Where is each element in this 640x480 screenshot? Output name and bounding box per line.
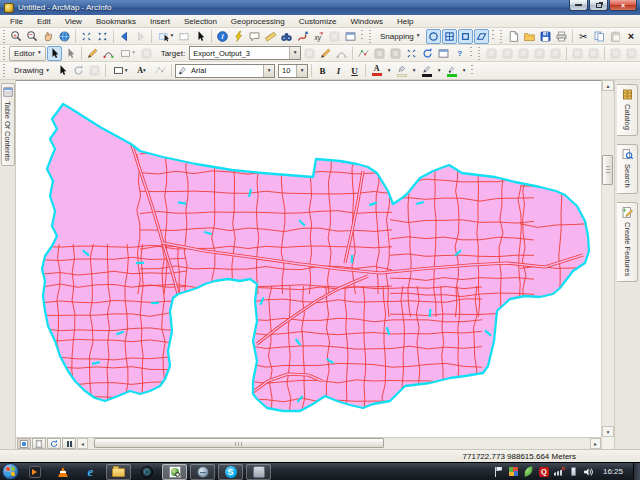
close-button[interactable]: × [609, 0, 637, 11]
topology-tool[interactable] [532, 46, 547, 61]
topology-tool[interactable] [570, 46, 585, 61]
edit-vertices-tool[interactable] [356, 46, 371, 61]
measure-tool[interactable] [263, 29, 278, 44]
toolbar-grip[interactable] [369, 30, 371, 43]
fill-color-dropdown[interactable]: ▾ [410, 63, 418, 78]
menu-customize[interactable]: Customize [292, 17, 344, 26]
full-extent-button[interactable] [57, 29, 72, 44]
vscroll-up-button[interactable]: ▲ [602, 80, 614, 91]
line-color-button[interactable] [419, 63, 434, 78]
copy-button[interactable] [592, 29, 607, 44]
target-dropdown-button[interactable]: ▾ [289, 47, 300, 59]
endpoint-arc-tool[interactable] [101, 46, 116, 61]
sketch-properties-button[interactable]: ? [452, 46, 467, 61]
menu-bookmarks[interactable]: Bookmarks [89, 17, 143, 26]
snap-vertex-toggle[interactable] [458, 29, 473, 44]
pan-tool[interactable] [41, 29, 56, 44]
marker-color-button[interactable] [444, 63, 459, 78]
refresh-view-button[interactable] [47, 438, 61, 449]
zoom-to-selected-button[interactable] [87, 63, 102, 78]
font-dropdown-button[interactable]: ▾ [263, 65, 274, 77]
layout-view-button[interactable] [32, 438, 46, 449]
start-button[interactable] [2, 463, 19, 480]
taskbar-clock[interactable]: 16:25 [603, 467, 623, 476]
taskbar-google-earth[interactable] [190, 464, 215, 480]
taskbar-vlc[interactable] [50, 464, 75, 480]
menu-file[interactable]: File [3, 17, 30, 26]
action-center-flag-icon[interactable] [494, 467, 504, 477]
vertical-scrollbar[interactable]: ▲ ▼ [601, 80, 614, 449]
delete-button[interactable]: × [624, 29, 639, 44]
bold-button[interactable]: B [315, 63, 330, 78]
zoom-out-tool[interactable] [25, 29, 40, 44]
taskbar-arcmap[interactable] [162, 464, 187, 480]
show-desktop-button[interactable] [633, 463, 640, 480]
next-extent-button[interactable] [133, 29, 148, 44]
underline-button[interactable]: U [347, 63, 362, 78]
move-tool[interactable] [404, 46, 419, 61]
data-view-button[interactable] [17, 438, 31, 449]
trace-tool[interactable] [139, 46, 154, 61]
vscroll-down-button[interactable]: ▼ [602, 426, 614, 437]
tab-search[interactable]: Search [617, 144, 638, 194]
tab-table-of-contents[interactable]: Table Of Contents [1, 83, 15, 166]
volume-icon[interactable] [584, 467, 594, 477]
construction-tools-dropdown[interactable]: ▾ [117, 46, 138, 61]
quicktime-icon[interactable]: Q [539, 467, 549, 477]
cut-button[interactable]: ✂ [576, 29, 591, 44]
snap-end-toggle[interactable] [442, 29, 457, 44]
topology-tool[interactable] [624, 46, 639, 61]
italic-button[interactable]: I [331, 63, 346, 78]
new-text-tool[interactable]: A▾ [131, 63, 152, 78]
taskbar-media-player[interactable] [22, 464, 47, 480]
rotate-element-tool[interactable] [71, 63, 86, 78]
straight-segment-tool[interactable] [85, 46, 100, 61]
safely-remove-hardware-icon[interactable] [569, 467, 579, 477]
toolbar-grip[interactable] [478, 47, 480, 60]
menu-view[interactable]: View [58, 17, 89, 26]
font-color-button[interactable]: A [369, 63, 384, 78]
menu-edit[interactable]: Edit [30, 17, 58, 26]
edit-vertices-tool[interactable] [153, 63, 168, 78]
power-leaf-icon[interactable] [524, 467, 534, 477]
snap-legacy-button[interactable] [302, 46, 317, 61]
restore-button[interactable] [589, 0, 608, 11]
tab-catalog[interactable]: Catalog [617, 84, 638, 136]
new-map-button[interactable] [506, 29, 521, 44]
hscroll-left-button[interactable]: ◄ [77, 438, 88, 449]
viewer-window-button[interactable] [343, 29, 358, 44]
line-color-dropdown[interactable]: ▾ [435, 63, 443, 78]
editor-menu-button[interactable]: Editor▾ [9, 46, 46, 61]
previous-extent-button[interactable] [117, 29, 132, 44]
horizontal-scrollbar[interactable] [88, 438, 590, 449]
hscroll-thumb[interactable] [94, 438, 384, 448]
marker-color-dropdown[interactable]: ▾ [460, 63, 468, 78]
toolbar-overflow[interactable] [470, 47, 472, 59]
split-tool[interactable] [388, 46, 403, 61]
open-map-button[interactable] [522, 29, 537, 44]
select-elements-tool[interactable] [193, 29, 208, 44]
rotate-feature-tool[interactable] [420, 46, 435, 61]
taskbar-internet-explorer[interactable]: e [78, 464, 103, 480]
minimize-button[interactable] [569, 0, 588, 11]
reshape-feature-tool[interactable] [372, 46, 387, 61]
paste-button[interactable] [608, 29, 623, 44]
new-rectangle-tool[interactable]: ▾ [109, 63, 130, 78]
midpoint-tool[interactable] [334, 46, 349, 61]
toolbar-grip[interactable] [3, 64, 5, 77]
topology-tool[interactable] [548, 46, 563, 61]
menu-selection[interactable]: Selection [177, 17, 224, 26]
graphics-utility-icon[interactable] [509, 467, 519, 477]
snap-edge-toggle[interactable] [474, 29, 489, 44]
taskbar-globe-app[interactable] [134, 464, 159, 480]
snap-point-toggle[interactable] [426, 29, 441, 44]
time-slider-button[interactable] [327, 29, 342, 44]
drawing-menu-button[interactable]: Drawing▾ [9, 63, 54, 78]
map-canvas[interactable] [16, 80, 601, 437]
font-color-dropdown[interactable]: ▾ [385, 63, 393, 78]
zoom-in-tool[interactable] [9, 29, 24, 44]
menu-insert[interactable]: Insert [143, 17, 177, 26]
tab-create-features[interactable]: Create Features [617, 202, 638, 282]
save-button[interactable] [538, 29, 553, 44]
topology-tool[interactable] [516, 46, 531, 61]
